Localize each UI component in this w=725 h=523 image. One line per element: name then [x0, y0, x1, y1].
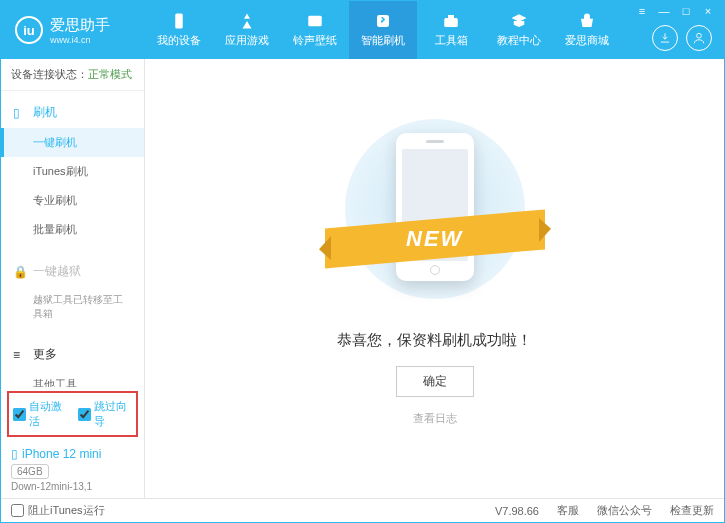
logo-area: iu 爱思助手 www.i4.cn — [1, 16, 145, 45]
device-info[interactable]: ▯iPhone 12 mini 64GB Down-12mini-13,1 — [1, 441, 144, 498]
device-icon: ▯ — [11, 447, 18, 461]
nav-toolbox[interactable]: 工具箱 — [417, 1, 485, 59]
app-name: 爱思助手 — [50, 16, 110, 35]
nav-label: 爱思商城 — [565, 33, 609, 48]
success-illustration: NEW — [335, 109, 535, 309]
conn-value: 正常模式 — [88, 68, 132, 80]
checkbox-block-itunes[interactable]: 阻止iTunes运行 — [11, 503, 105, 518]
device-icon — [169, 12, 189, 30]
wechat-link[interactable]: 微信公众号 — [597, 503, 652, 518]
sidebar-section-more[interactable]: ≡更多 — [1, 339, 144, 370]
more-icon: ≡ — [13, 348, 27, 362]
app-url: www.i4.cn — [50, 35, 110, 45]
connection-status: 设备连接状态：正常模式 — [1, 59, 144, 91]
maximize-button[interactable]: □ — [676, 4, 696, 18]
nav-label: 工具箱 — [435, 33, 468, 48]
tutorial-icon — [509, 12, 529, 30]
svg-rect-1 — [308, 16, 322, 27]
sidebar-section-jailbreak: 🔒一键越狱 — [1, 256, 144, 287]
sidebar-item-itunes-flash[interactable]: iTunes刷机 — [1, 157, 144, 186]
user-button[interactable] — [686, 25, 712, 51]
sidebar: 设备连接状态：正常模式 ▯刷机 一键刷机 iTunes刷机 专业刷机 批量刷机 … — [1, 59, 145, 498]
svg-rect-0 — [175, 14, 183, 29]
success-message: 恭喜您，保资料刷机成功啦！ — [337, 331, 532, 350]
device-name: ▯iPhone 12 mini — [11, 447, 134, 461]
nav-label: 智能刷机 — [361, 33, 405, 48]
check-update-link[interactable]: 检查更新 — [670, 503, 714, 518]
logo-icon: iu — [15, 16, 43, 44]
main-content: NEW 恭喜您，保资料刷机成功啦！ 确定 查看日志 — [145, 59, 724, 498]
nav-label: 教程中心 — [497, 33, 541, 48]
device-storage: 64GB — [11, 464, 49, 479]
nav-smart-flash[interactable]: 智能刷机 — [349, 1, 417, 59]
section-title: 一键越狱 — [33, 263, 81, 280]
checkbox-skip-setup[interactable]: 跳过向导 — [78, 399, 133, 429]
chk-label: 跳过向导 — [94, 399, 133, 429]
nav-bar: 我的设备 应用游戏 铃声壁纸 智能刷机 工具箱 教程中心 爱思商城 — [145, 1, 621, 59]
phone-icon: ▯ — [13, 106, 27, 120]
menu-icon[interactable]: ≡ — [632, 4, 652, 18]
window-controls: ≡ — □ × — [632, 4, 718, 18]
ok-button[interactable]: 确定 — [396, 366, 474, 397]
section-title: 刷机 — [33, 104, 57, 121]
nav-label: 应用游戏 — [225, 33, 269, 48]
conn-label: 设备连接状态： — [11, 68, 88, 80]
toolbox-icon — [441, 12, 461, 30]
sidebar-item-other-tools[interactable]: 其他工具 — [1, 370, 144, 387]
app-header: iu 爱思助手 www.i4.cn 我的设备 应用游戏 铃声壁纸 智能刷机 工具… — [1, 1, 724, 59]
checkbox-auto-activate[interactable]: 自动激活 — [13, 399, 68, 429]
status-bar: 阻止iTunes运行 V7.98.66 客服 微信公众号 检查更新 — [1, 498, 724, 522]
lock-icon: 🔒 — [13, 265, 27, 279]
close-button[interactable]: × — [698, 4, 718, 18]
sidebar-section-flash[interactable]: ▯刷机 — [1, 97, 144, 128]
nav-tutorial[interactable]: 教程中心 — [485, 1, 553, 59]
nav-wallpaper[interactable]: 铃声壁纸 — [281, 1, 349, 59]
svg-rect-3 — [444, 18, 458, 27]
nav-label: 铃声壁纸 — [293, 33, 337, 48]
store-icon — [577, 12, 597, 30]
apps-icon — [237, 12, 257, 30]
customer-service-link[interactable]: 客服 — [557, 503, 579, 518]
sidebar-item-batch-flash[interactable]: 批量刷机 — [1, 215, 144, 244]
nav-label: 我的设备 — [157, 33, 201, 48]
section-title: 更多 — [33, 346, 57, 363]
jailbreak-note: 越狱工具已转移至工具箱 — [1, 287, 144, 327]
nav-apps[interactable]: 应用游戏 — [213, 1, 281, 59]
sidebar-item-oneclick-flash[interactable]: 一键刷机 — [1, 128, 144, 157]
chk-label: 阻止iTunes运行 — [28, 503, 105, 518]
view-log-link[interactable]: 查看日志 — [413, 411, 457, 426]
version-text: V7.98.66 — [495, 505, 539, 517]
device-firmware: Down-12mini-13,1 — [11, 481, 134, 492]
download-button[interactable] — [652, 25, 678, 51]
flash-icon — [373, 12, 393, 30]
nav-my-device[interactable]: 我的设备 — [145, 1, 213, 59]
svg-point-5 — [697, 33, 702, 38]
sidebar-item-pro-flash[interactable]: 专业刷机 — [1, 186, 144, 215]
options-highlight-box: 自动激活 跳过向导 — [7, 391, 138, 437]
minimize-button[interactable]: — — [654, 4, 674, 18]
wallpaper-icon — [305, 12, 325, 30]
svg-rect-4 — [448, 15, 454, 18]
nav-store[interactable]: 爱思商城 — [553, 1, 621, 59]
ribbon-text: NEW — [406, 226, 463, 252]
chk-label: 自动激活 — [29, 399, 68, 429]
